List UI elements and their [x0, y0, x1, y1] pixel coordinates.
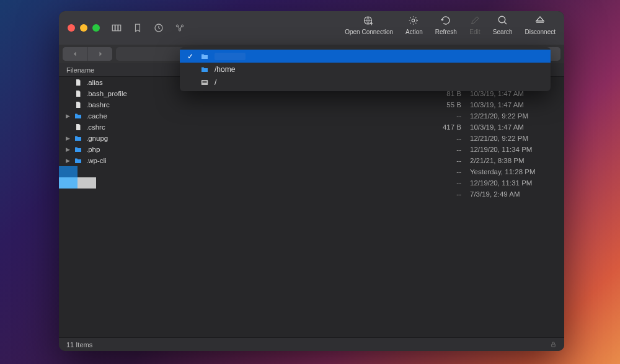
disk-icon: [200, 78, 210, 87]
file-name: .php: [86, 146, 427, 153]
nav-back-button[interactable]: [63, 47, 87, 61]
path-option-root[interactable]: /: [180, 76, 551, 89]
file-row[interactable]: --Yesterday, 11:28 PM: [59, 166, 564, 177]
file-row[interactable]: --12/19/20, 11:31 PM: [59, 177, 564, 189]
refresh-icon: [440, 15, 451, 26]
path-option-label: /: [215, 78, 216, 87]
zoom-window-button[interactable]: [92, 24, 100, 32]
disclosure-triangle[interactable]: ▶: [65, 135, 70, 141]
file-row[interactable]: .cshrc417 B10/3/19, 1:47 AM: [59, 122, 564, 133]
svg-point-6: [179, 29, 180, 31]
lock-icon: [550, 341, 557, 348]
window-controls: [68, 24, 100, 32]
file-size: --: [430, 168, 461, 175]
close-window-button[interactable]: [68, 24, 75, 32]
file-size: 417 B: [430, 123, 461, 131]
globe-plus-icon: [363, 15, 374, 26]
thumbnail: [59, 166, 78, 177]
folder-icon: [74, 112, 82, 120]
item-count: 11 Items: [66, 341, 92, 348]
toolbar-actions: Open Connection Action Refresh Edit: [345, 11, 556, 45]
file-size: 55 B: [430, 101, 461, 109]
file-size: --: [430, 157, 461, 164]
file-date: 2/21/21, 8:38 PM: [465, 157, 558, 164]
open-connection-button[interactable]: Open Connection: [345, 15, 393, 35]
svg-point-8: [412, 19, 415, 22]
refresh-button[interactable]: Refresh: [435, 15, 457, 35]
folder-icon: [200, 65, 210, 74]
edit-button: Edit: [469, 15, 480, 35]
history-icon[interactable]: [153, 22, 164, 33]
file-name: .gnupg: [86, 135, 427, 142]
nav-back-forward: [63, 47, 112, 61]
toolbar-left-icons: [111, 22, 185, 33]
svg-rect-12: [552, 344, 556, 347]
file-row[interactable]: .bashrc55 B10/3/19, 1:47 AM: [59, 99, 564, 110]
folder-icon: [74, 134, 82, 143]
file-name: .cache: [86, 112, 427, 120]
edit-label: Edit: [469, 29, 480, 35]
file-name: .cshrc: [86, 123, 427, 131]
check-icon: ✓: [186, 52, 195, 61]
file-icon: [74, 89, 82, 98]
file-date: 12/19/20, 11:34 PM: [465, 146, 558, 153]
file-date: 10/3/19, 1:47 AM: [465, 101, 558, 109]
svg-rect-2: [118, 25, 121, 30]
file-date: Yesterday, 11:28 PM: [465, 168, 558, 175]
titlebar: Open Connection Action Refresh Edit: [59, 11, 564, 45]
open-connection-label: Open Connection: [345, 29, 393, 35]
pipeline-icon[interactable]: [174, 22, 185, 33]
status-bar: 11 Items: [59, 337, 564, 351]
folder-icon: [74, 145, 82, 154]
file-row[interactable]: ▶.wp-cli--2/21/21, 8:38 PM: [59, 155, 564, 166]
file-size: --: [430, 190, 461, 198]
file-date: 10/3/19, 1:47 AM: [465, 123, 558, 131]
disconnect-label: Disconnect: [525, 29, 556, 35]
file-date: 12/19/20, 11:31 PM: [465, 179, 558, 187]
file-name: .bashrc: [86, 101, 427, 109]
path-option-current[interactable]: ✓: [180, 50, 551, 63]
columns-icon[interactable]: [111, 22, 122, 33]
path-option-label: /home: [215, 65, 235, 74]
nav-bar: ✓ /home: [59, 45, 564, 63]
svg-rect-11: [203, 81, 207, 82]
thumbnail: [59, 177, 78, 189]
disconnect-button[interactable]: Disconnect: [525, 15, 556, 35]
disclosure-triangle[interactable]: ▶: [65, 158, 70, 164]
file-size: --: [430, 179, 461, 187]
file-date: 7/3/19, 2:49 AM: [465, 190, 558, 198]
svg-rect-1: [115, 25, 118, 30]
path-dropdown-field[interactable]: ✓ /home: [116, 47, 532, 61]
path-option-home[interactable]: /home: [180, 63, 551, 76]
folder-icon: [74, 156, 82, 165]
bookmark-icon[interactable]: [132, 22, 143, 33]
gear-icon: [409, 15, 420, 26]
file-row[interactable]: ▶.gnupg--12/21/20, 9:22 PM: [59, 133, 564, 144]
thumbnail: [78, 177, 96, 189]
file-name: .wp-cli: [86, 157, 427, 164]
disclosure-triangle[interactable]: ▶: [65, 146, 70, 153]
file-row[interactable]: --7/3/19, 2:49 AM: [59, 189, 564, 200]
file-date: 12/21/20, 9:22 PM: [465, 135, 558, 142]
minimize-window-button[interactable]: [80, 24, 87, 32]
thumbnail-overlay: [59, 166, 96, 189]
file-icon: [74, 100, 82, 109]
file-row[interactable]: ▶.cache--12/21/20, 9:22 PM: [59, 110, 564, 122]
file-size: --: [430, 135, 461, 142]
file-row[interactable]: ▶.php--12/19/20, 11:34 PM: [59, 144, 564, 155]
refresh-label: Refresh: [435, 29, 457, 35]
file-size: --: [430, 112, 461, 120]
svg-point-9: [498, 16, 505, 23]
disclosure-triangle[interactable]: ▶: [65, 113, 70, 119]
file-icon: [74, 123, 82, 131]
app-window: Open Connection Action Refresh Edit: [59, 11, 564, 351]
filename-header: Filename: [66, 66, 94, 74]
file-list: .alias1:47 AM.bash_profile81 B10/3/19, 1…: [59, 77, 564, 337]
folder-icon: [200, 52, 210, 61]
action-label: Action: [405, 29, 423, 35]
action-button[interactable]: Action: [405, 15, 423, 35]
nav-forward-button[interactable]: [87, 47, 112, 61]
search-icon: [497, 15, 508, 26]
search-label: Search: [493, 29, 513, 35]
search-button[interactable]: Search: [493, 15, 513, 35]
